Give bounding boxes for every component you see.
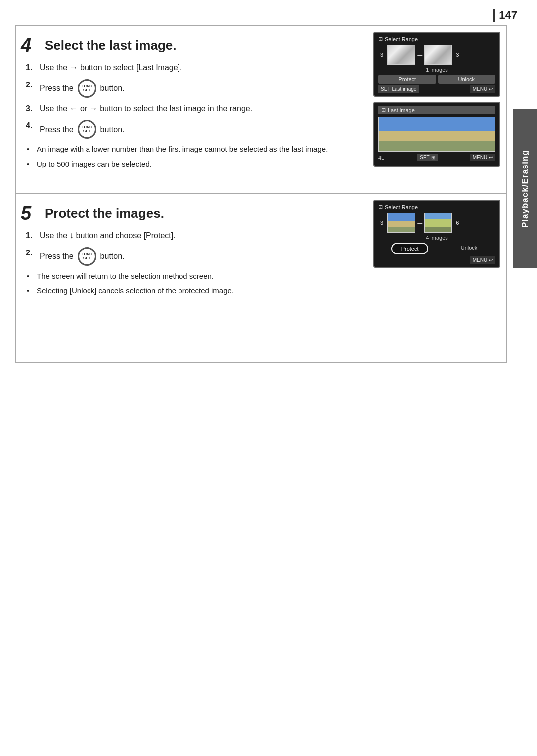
cam-screen-title-1: ⊡ Select Range xyxy=(378,36,495,42)
step-5-title: Protect the images. xyxy=(45,204,164,221)
substep-5-1-content: Use the ↓ button and choose [Protect]. xyxy=(40,230,355,242)
cam-4l-label: 4L xyxy=(378,155,384,161)
substep-4-1: 1. Use the → button to select [Last Imag… xyxy=(26,62,355,74)
page-number: 147 xyxy=(493,9,517,22)
cam-set-icon-2: ⊞ xyxy=(431,155,435,160)
cam-screen-select-range-5: ⊡ Select Range 3 – 6 4 images Protect Un… xyxy=(373,200,500,268)
step-5-header: 5 Protect the images. xyxy=(21,204,355,223)
cam-set-text-2: SET xyxy=(420,155,429,160)
substep-4-3-content: Use the ← or → button to select the last… xyxy=(40,103,355,115)
func-set-button-5-2: FUNCSET xyxy=(78,247,96,266)
bullet-dot-5-2: • xyxy=(27,285,34,296)
cam-icon-1: ⊡ xyxy=(378,36,383,42)
step-4-header: 4 Select the last image. xyxy=(21,36,355,55)
step-5-substeps: 1. Use the ↓ button and choose [Protect]… xyxy=(21,230,355,266)
cam-set-label-1: SET Last image xyxy=(378,85,419,93)
cam-screen-title-5: ⊡ Select Range xyxy=(378,204,495,210)
arrow-right-icon-2: → xyxy=(90,104,98,113)
substep-5-1-num: 1. xyxy=(26,230,37,242)
substep-4-2: 2. Press the FUNCSET button. xyxy=(26,79,355,98)
bullet-5-1: • The screen will return to the selectio… xyxy=(27,271,355,282)
cam-menu-label-2: MENU ↩ xyxy=(470,154,495,161)
bullet-4-2-text: Up to 500 images can be selected. xyxy=(37,159,152,169)
substep-5-2-num: 2. xyxy=(26,247,37,266)
cam-thumb-snow-1 xyxy=(387,45,415,65)
substep-5-1: 1. Use the ↓ button and choose [Protect]… xyxy=(26,230,355,242)
substep-4-1-content: Use the → button to select [Last Image]. xyxy=(40,62,355,74)
cam-unlock-btn-5: Unlock xyxy=(456,243,483,254)
bullet-dot-4-2: • xyxy=(27,159,34,169)
substep-4-4-content: Press the FUNCSET button. xyxy=(40,120,355,139)
bullet-4-1-text: An image with a lower number than the fi… xyxy=(37,144,328,155)
cam-screen-select-range: ⊡ Select Range 3 – 3 1 images Protect Un… xyxy=(373,32,500,97)
cam-set-text-1: SET xyxy=(381,86,390,92)
cam-thumb-beach-5 xyxy=(387,213,415,233)
step-5-number: 5 xyxy=(21,204,39,223)
bullet-5-2-text: Selecting [Unlock] cancels selection of … xyxy=(37,285,234,296)
func-set-button-4-4: FUNCSET xyxy=(78,120,96,139)
main-content: 4 Select the last image. 1. Use the → bu… xyxy=(15,25,507,736)
cam-dash-5: – xyxy=(417,218,422,228)
cam-thumb-beach xyxy=(378,117,495,152)
cam-protect-btn-5: Protect xyxy=(391,243,429,254)
cam-bottom-row-1: SET Last image MENU ↩ xyxy=(378,85,495,93)
arrow-down-icon: ↓ xyxy=(70,231,74,240)
substep-4-3-num: 3. xyxy=(26,103,37,115)
cam-bottom-row-2: 4L SET ⊞ MENU ↩ xyxy=(378,154,495,161)
cam-btn-row-5: Protect Unlock xyxy=(378,243,495,254)
cam-sub-title-2: ⊡ Last image xyxy=(378,106,495,114)
section-4-right: ⊡ Select Range 3 – 3 1 images Protect Un… xyxy=(367,26,506,193)
bullet-4-1: • An image with a lower number than the … xyxy=(27,144,355,155)
cam-dash-1: – xyxy=(417,50,422,60)
cam-unlock-btn-1: Unlock xyxy=(438,75,496,84)
bullet-5-2: • Selecting [Unlock] cancels selection o… xyxy=(27,285,355,296)
bullet-dot-5-1: • xyxy=(27,271,34,282)
substep-4-1-num: 1. xyxy=(26,62,37,74)
cam-menu-label-5: MENU ↩ xyxy=(470,256,495,264)
step-4-title: Select the last image. xyxy=(45,36,176,53)
cam-set-sub-1: Last image xyxy=(392,86,416,92)
cam-sub-icon-2: ⊡ xyxy=(381,107,386,113)
substep-5-2: 2. Press the FUNCSET button. xyxy=(26,247,355,266)
bullet-dot-4-1: • xyxy=(27,144,34,155)
cam-images-count-5: 4 images xyxy=(378,235,495,241)
cam-thumb-snow-2 xyxy=(424,45,452,65)
func-set-label-4-2: FUNCSET xyxy=(81,84,92,92)
cam-images-row-1: 3 – 3 xyxy=(378,45,495,65)
substep-4-3: 3. Use the ← or → button to select the l… xyxy=(26,103,355,115)
cam-title-text-5: Select Range xyxy=(385,204,418,210)
cam-num-right-5: 6 xyxy=(454,219,461,226)
arrow-right-icon: → xyxy=(70,63,78,72)
func-set-label-4-4: FUNCSET xyxy=(81,125,92,133)
section-5-right: ⊡ Select Range 3 – 6 4 images Protect Un… xyxy=(367,194,506,362)
cam-num-right-1: 3 xyxy=(454,51,461,58)
cam-images-count-1: 1 images xyxy=(378,67,495,73)
step-5-bullets: • The screen will return to the selectio… xyxy=(21,271,355,297)
step-4-number: 4 xyxy=(21,36,39,55)
substep-4-4: 4. Press the FUNCSET button. xyxy=(26,120,355,139)
substep-4-2-content: Press the FUNCSET button. xyxy=(40,79,355,98)
step-4-substeps: 1. Use the → button to select [Last Imag… xyxy=(21,62,355,139)
cam-icon-5: ⊡ xyxy=(378,204,383,210)
cam-thumb-beach2-5 xyxy=(424,213,452,233)
step-4-bullets: • An image with a lower number than the … xyxy=(21,144,355,169)
section-5-left: 5 Protect the images. 1. Use the ↓ butto… xyxy=(16,194,367,362)
cam-title-text-1: Select Range xyxy=(385,36,418,42)
cam-images-row-5: 3 – 6 xyxy=(378,213,495,233)
section-4-left: 4 Select the last image. 1. Use the → bu… xyxy=(16,26,367,193)
cam-bottom-row-5: MENU ↩ xyxy=(378,256,495,264)
side-tab: Playback/Erasing xyxy=(513,109,537,268)
substep-4-2-num: 2. xyxy=(26,79,37,98)
cam-num-left-1: 3 xyxy=(378,51,385,58)
bullet-4-2: • Up to 500 images can be selected. xyxy=(27,159,355,169)
arrow-left-icon: ← xyxy=(70,104,78,113)
section-5: 5 Protect the images. 1. Use the ↓ butto… xyxy=(15,194,507,363)
func-set-button-4-2: FUNCSET xyxy=(78,79,96,98)
cam-sub-title-text-2: Last image xyxy=(388,107,415,113)
cam-protect-btn-1: Protect xyxy=(378,75,436,84)
cam-btn-row-1: Protect Unlock xyxy=(378,75,495,84)
substep-5-2-content: Press the FUNCSET button. xyxy=(40,247,355,266)
section-4: 4 Select the last image. 1. Use the → bu… xyxy=(15,25,507,194)
cam-num-left-5: 3 xyxy=(378,219,385,226)
substep-4-4-num: 4. xyxy=(26,120,37,139)
